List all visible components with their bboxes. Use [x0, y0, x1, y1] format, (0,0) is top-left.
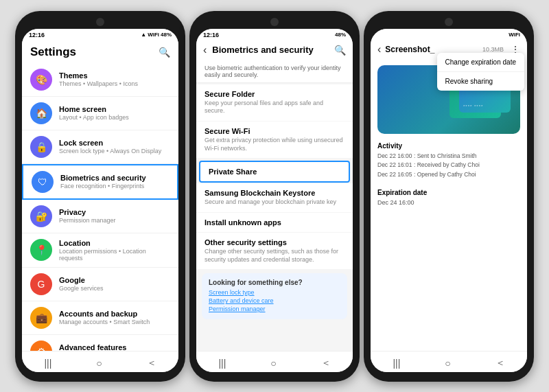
nav-home-3[interactable]: ○ — [439, 356, 456, 370]
nav-back-btn-2[interactable]: ＜ — [316, 356, 336, 371]
settings-text-privacy: Privacy Permission manager — [59, 208, 170, 224]
phone-screen-2: 12:16 48% ‹ Biometrics and security 🔍 Us… — [196, 29, 353, 372]
status-icons-1: ▲ WiFi 48% — [141, 32, 172, 38]
search-icon[interactable]: 🔍 — [159, 47, 170, 58]
settings-subtitle-home-screen: Layout • App icon badges — [59, 114, 170, 121]
phone-notch-3 — [445, 18, 453, 26]
settings-subtitle-privacy: Permission manager — [59, 217, 170, 224]
security-list: Use biometric authentication to verify y… — [196, 60, 353, 351]
status-time-2: 12:16 — [203, 32, 219, 38]
settings-title-location: Location — [59, 239, 170, 247]
security-item-secure-folder[interactable]: Secure Folder Keep your personal files a… — [196, 84, 353, 121]
settings-item-advanced[interactable]: ⚙ Advanced features Side key • Bixby Rou… — [22, 335, 178, 351]
settings-text-accounts: Accounts and backup Manage accounts • Sm… — [59, 310, 170, 325]
sec-title-secure-wifi: Secure Wi-Fi — [205, 127, 344, 135]
hint-link-1[interactable]: Battery and device care — [209, 297, 340, 304]
settings-icon-home-screen: 🏠 — [30, 102, 52, 124]
nav-back-btn-3[interactable]: ＜ — [490, 356, 511, 371]
phone-notch-2 — [270, 18, 279, 26]
nav-menu-1[interactable]: ||| — [38, 356, 57, 370]
settings-item-themes[interactable]: 🎨 Themes Themes • Wallpapers • Icons — [22, 63, 178, 97]
settings-title-biometrics: Biometrics and security — [60, 174, 169, 182]
settings-icon-biometrics: 🛡 — [32, 171, 54, 193]
phone-screen-1: 12:16 ▲ WiFi 48% Settings 🔍 🎨 Themes The… — [22, 29, 178, 372]
signal-icon-1: ▲ — [141, 32, 146, 38]
card-numbers: **** **** — [463, 104, 506, 108]
activity-item-1: Dec 22 16:01 : Received by Cathy Choi — [377, 161, 520, 170]
context-menu: Change expiration dateRevoke sharing — [437, 53, 524, 91]
security-item-unknown-apps[interactable]: Install unknown apps — [196, 213, 353, 232]
status-time-1: 12:16 — [29, 32, 45, 38]
expiry-section: Expiration date Dec 24 16:00 — [371, 186, 527, 209]
settings-icon-location: 📍 — [30, 239, 52, 261]
sec-title-other-security: Other security settings — [205, 238, 344, 246]
security-item-private-share[interactable]: Private Share — [199, 161, 350, 183]
bottom-nav-3: ||| ○ ＜ — [371, 351, 527, 372]
nav-menu-2[interactable]: ||| — [213, 356, 231, 370]
settings-item-privacy[interactable]: 🔐 Privacy Permission manager — [22, 200, 178, 233]
battery-2: 48% — [335, 32, 346, 38]
nav-header-2: ‹ Biometrics and security 🔍 — [196, 40, 353, 60]
security-intro: Use biometric authentication to verify y… — [196, 60, 353, 83]
settings-title-lock-screen: Lock screen — [59, 139, 170, 147]
hint-title: Looking for something else? — [209, 279, 340, 286]
sec-title-private-share: Private Share — [209, 168, 340, 176]
context-menu-item-0[interactable]: Change expiration date — [437, 53, 524, 72]
security-item-secure-wifi[interactable]: Secure Wi-Fi Get extra privacy protectio… — [196, 122, 353, 158]
expiry-title: Expiration date — [377, 189, 520, 196]
settings-item-google[interactable]: G Google Google services — [22, 268, 178, 301]
settings-title: Settings — [30, 45, 76, 59]
phones-container: 12:16 ▲ WiFi 48% Settings 🔍 🎨 Themes The… — [10, 5, 539, 387]
settings-subtitle-themes: Themes • Wallpapers • Icons — [59, 80, 170, 87]
settings-item-location[interactable]: 📍 Location Location permissions • Locati… — [22, 233, 178, 268]
status-bar-2: 12:16 48% — [196, 29, 353, 40]
activity-item-2: Dec 22 16:05 : Opened by Cathy Choi — [377, 171, 520, 179]
hint-link-0[interactable]: Screen lock type — [209, 289, 340, 296]
bottom-nav-2: ||| ○ ＜ — [196, 351, 353, 372]
settings-header: Settings 🔍 — [22, 40, 178, 63]
settings-title-google: Google — [59, 276, 170, 284]
phone-screen-3: WiFi ‹ Screenshot_ 10.3MB ⋮ Change expir… — [371, 29, 527, 372]
settings-item-accounts[interactable]: 💼 Accounts and backup Manage accounts • … — [22, 301, 178, 335]
settings-icon-accounts: 💼 — [30, 307, 52, 329]
activity-title: Activity — [377, 142, 520, 150]
sec-title-secure-folder: Secure Folder — [205, 90, 344, 98]
settings-item-biometrics[interactable]: 🛡 Biometrics and security Face recogniti… — [22, 164, 178, 200]
context-menu-item-1[interactable]: Revoke sharing — [437, 72, 524, 91]
nav-menu-3[interactable]: ||| — [387, 356, 406, 370]
search-icon-2[interactable]: 🔍 — [334, 45, 346, 56]
security-hint: Looking for something else?Screen lock t… — [202, 273, 347, 319]
phone-3: WiFi ‹ Screenshot_ 10.3MB ⋮ Change expir… — [364, 11, 534, 382]
back-button-3[interactable]: ‹ — [377, 43, 381, 56]
security-item-other-security[interactable]: Other security settings Change other sec… — [196, 233, 353, 269]
settings-text-lock-screen: Lock screen Screen lock type • Always On… — [59, 139, 170, 154]
sec-title-unknown-apps: Install unknown apps — [205, 218, 344, 227]
nav-home-2[interactable]: ○ — [265, 356, 281, 370]
settings-icon-themes: 🎨 — [30, 69, 52, 91]
nav-back-1[interactable]: ＜ — [141, 356, 162, 371]
status-icons-3: WiFi — [509, 32, 520, 38]
page-title-2: Biometrics and security — [212, 45, 329, 55]
settings-title-privacy: Privacy — [59, 208, 170, 216]
settings-item-lock-screen[interactable]: 🔒 Lock screen Screen lock type • Always … — [22, 130, 178, 164]
status-icons-2: 48% — [335, 32, 346, 38]
settings-title-home-screen: Home screen — [59, 105, 170, 113]
sec-sub-secure-folder: Keep your personal files and apps safe a… — [205, 100, 344, 115]
phone-1: 12:16 ▲ WiFi 48% Settings 🔍 🎨 Themes The… — [15, 11, 185, 382]
share-size: 10.3MB — [482, 46, 504, 53]
hint-link-2[interactable]: Permission manager — [209, 305, 340, 312]
nav-home-1[interactable]: ○ — [91, 356, 107, 370]
back-button-2[interactable]: ‹ — [203, 44, 207, 56]
settings-icon-privacy: 🔐 — [30, 205, 52, 227]
settings-item-home-screen[interactable]: 🏠 Home screen Layout • App icon badges — [22, 97, 178, 130]
sec-sub-blockchain: Secure and manage your blockchain privat… — [205, 198, 344, 207]
settings-text-biometrics: Biometrics and security Face recognition… — [60, 174, 169, 189]
activity-items: Dec 22 16:00 : Sent to Christina SmithDe… — [377, 152, 520, 180]
security-item-blockchain[interactable]: Samsung Blockchain Keystore Secure and m… — [196, 183, 353, 212]
activity-item-0: Dec 22 16:00 : Sent to Christina Smith — [377, 152, 520, 161]
settings-icon-google: G — [30, 273, 52, 295]
sec-title-blockchain: Samsung Blockchain Keystore — [205, 189, 344, 197]
bottom-nav-1: ||| ○ ＜ — [22, 351, 178, 372]
settings-title-accounts: Accounts and backup — [59, 310, 170, 318]
settings-subtitle-biometrics: Face recognition • Fingerprints — [60, 183, 169, 189]
